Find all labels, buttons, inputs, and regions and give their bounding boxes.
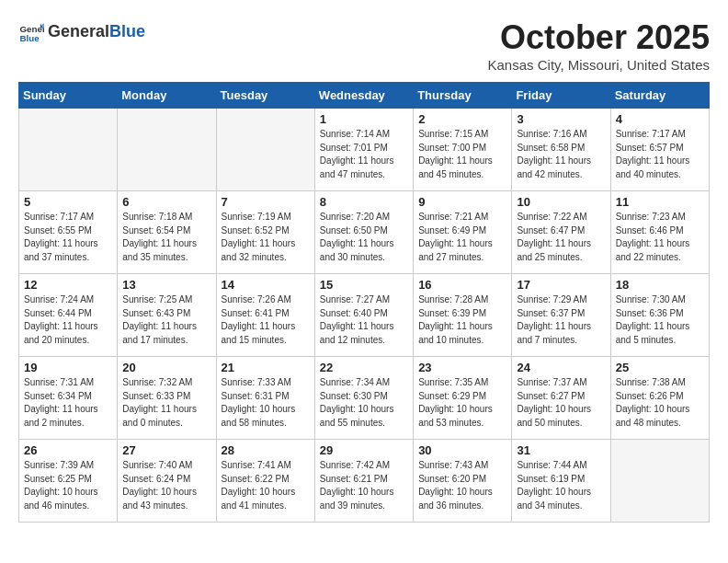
day-info: Sunrise: 7:25 AMSunset: 6:43 PMDaylight:… xyxy=(122,293,210,347)
day-info: Sunrise: 7:22 AMSunset: 6:47 PMDaylight:… xyxy=(517,211,605,264)
calendar-cell: 9 Sunrise: 7:21 AMSunset: 6:49 PMDayligh… xyxy=(414,191,512,274)
calendar-cell xyxy=(216,109,314,191)
day-info: Sunrise: 7:20 AMSunset: 6:50 PMDaylight:… xyxy=(320,211,408,264)
day-number: 4 xyxy=(616,112,704,126)
day-number: 30 xyxy=(418,443,506,457)
day-info: Sunrise: 7:38 AMSunset: 6:26 PMDaylight:… xyxy=(616,376,704,430)
day-number: 3 xyxy=(517,112,605,126)
day-info: Sunrise: 7:23 AMSunset: 6:46 PMDaylight:… xyxy=(616,211,704,264)
calendar-cell xyxy=(19,109,118,191)
day-info: Sunrise: 7:16 AMSunset: 6:58 PMDaylight:… xyxy=(517,128,605,181)
calendar-cell: 6 Sunrise: 7:18 AMSunset: 6:54 PMDayligh… xyxy=(118,191,216,274)
week-row-3: 12 Sunrise: 7:24 AMSunset: 6:44 PMDaylig… xyxy=(19,274,710,357)
day-info: Sunrise: 7:24 AMSunset: 6:44 PMDaylight:… xyxy=(24,293,112,347)
weekday-header-monday: Monday xyxy=(118,83,216,109)
weekday-header-thursday: Thursday xyxy=(414,83,512,109)
calendar-cell: 22 Sunrise: 7:34 AMSunset: 6:30 PMDaylig… xyxy=(314,357,413,440)
calendar-cell: 1 Sunrise: 7:14 AMSunset: 7:01 PMDayligh… xyxy=(314,109,413,191)
day-number: 9 xyxy=(418,195,506,209)
day-number: 26 xyxy=(24,443,112,457)
week-row-4: 19 Sunrise: 7:31 AMSunset: 6:34 PMDaylig… xyxy=(19,357,710,440)
calendar-cell xyxy=(610,440,709,523)
day-number: 2 xyxy=(418,112,506,126)
day-number: 24 xyxy=(517,361,605,374)
day-number: 25 xyxy=(616,361,704,374)
calendar-cell: 3 Sunrise: 7:16 AMSunset: 6:58 PMDayligh… xyxy=(512,109,610,191)
day-number: 16 xyxy=(418,278,506,292)
calendar-cell: 24 Sunrise: 7:37 AMSunset: 6:27 PMDaylig… xyxy=(512,357,610,440)
logo-blue: Blue xyxy=(109,22,145,40)
day-info: Sunrise: 7:41 AMSunset: 6:22 PMDaylight:… xyxy=(222,459,310,512)
day-info: Sunrise: 7:43 AMSunset: 6:20 PMDaylight:… xyxy=(418,459,506,512)
location-title: Kansas City, Missouri, United States xyxy=(488,57,710,73)
calendar-cell: 17 Sunrise: 7:29 AMSunset: 6:37 PMDaylig… xyxy=(512,274,610,357)
week-row-5: 26 Sunrise: 7:39 AMSunset: 6:25 PMDaylig… xyxy=(19,440,710,523)
calendar-cell: 18 Sunrise: 7:30 AMSunset: 6:36 PMDaylig… xyxy=(610,274,709,357)
calendar-cell xyxy=(118,109,216,191)
day-number: 6 xyxy=(122,195,210,209)
calendar-cell: 27 Sunrise: 7:40 AMSunset: 6:24 PMDaylig… xyxy=(118,440,216,523)
day-number: 27 xyxy=(122,443,210,457)
week-row-1: 1 Sunrise: 7:14 AMSunset: 7:01 PMDayligh… xyxy=(19,109,710,191)
calendar-cell: 21 Sunrise: 7:33 AMSunset: 6:31 PMDaylig… xyxy=(216,357,314,440)
day-info: Sunrise: 7:27 AMSunset: 6:40 PMDaylight:… xyxy=(320,293,408,347)
calendar-cell: 14 Sunrise: 7:26 AMSunset: 6:41 PMDaylig… xyxy=(216,274,314,357)
day-number: 5 xyxy=(24,195,112,209)
day-info: Sunrise: 7:44 AMSunset: 6:19 PMDaylight:… xyxy=(517,459,605,512)
logo: General Blue GeneralBlue xyxy=(18,18,145,44)
calendar-cell: 10 Sunrise: 7:22 AMSunset: 6:47 PMDaylig… xyxy=(512,191,610,274)
calendar-cell: 8 Sunrise: 7:20 AMSunset: 6:50 PMDayligh… xyxy=(314,191,413,274)
page-header: General Blue GeneralBlue October 2025 Ka… xyxy=(18,18,710,73)
calendar-cell: 30 Sunrise: 7:43 AMSunset: 6:20 PMDaylig… xyxy=(414,440,512,523)
day-number: 1 xyxy=(320,112,408,126)
day-info: Sunrise: 7:28 AMSunset: 6:39 PMDaylight:… xyxy=(418,293,506,347)
day-info: Sunrise: 7:34 AMSunset: 6:30 PMDaylight:… xyxy=(320,376,408,430)
day-number: 23 xyxy=(418,361,506,374)
day-info: Sunrise: 7:14 AMSunset: 7:01 PMDaylight:… xyxy=(320,128,408,181)
day-info: Sunrise: 7:30 AMSunset: 6:36 PMDaylight:… xyxy=(616,293,704,347)
title-block: October 2025 Kansas City, Missouri, Unit… xyxy=(488,18,710,73)
calendar-cell: 26 Sunrise: 7:39 AMSunset: 6:25 PMDaylig… xyxy=(19,440,118,523)
week-row-2: 5 Sunrise: 7:17 AMSunset: 6:55 PMDayligh… xyxy=(19,191,710,274)
month-title: October 2025 xyxy=(488,18,710,57)
day-number: 12 xyxy=(24,278,112,292)
day-info: Sunrise: 7:15 AMSunset: 7:00 PMDaylight:… xyxy=(418,128,506,181)
day-info: Sunrise: 7:19 AMSunset: 6:52 PMDaylight:… xyxy=(222,211,310,264)
calendar-cell: 29 Sunrise: 7:42 AMSunset: 6:21 PMDaylig… xyxy=(314,440,413,523)
day-info: Sunrise: 7:33 AMSunset: 6:31 PMDaylight:… xyxy=(222,376,310,430)
calendar-cell: 16 Sunrise: 7:28 AMSunset: 6:39 PMDaylig… xyxy=(414,274,512,357)
calendar-cell: 2 Sunrise: 7:15 AMSunset: 7:00 PMDayligh… xyxy=(414,109,512,191)
day-info: Sunrise: 7:40 AMSunset: 6:24 PMDaylight:… xyxy=(122,459,210,512)
day-number: 29 xyxy=(320,443,408,457)
calendar-table: SundayMondayTuesdayWednesdayThursdayFrid… xyxy=(18,82,710,523)
calendar-cell: 4 Sunrise: 7:17 AMSunset: 6:57 PMDayligh… xyxy=(610,109,709,191)
weekday-header-friday: Friday xyxy=(512,83,610,109)
day-info: Sunrise: 7:26 AMSunset: 6:41 PMDaylight:… xyxy=(222,293,310,347)
calendar-cell: 31 Sunrise: 7:44 AMSunset: 6:19 PMDaylig… xyxy=(512,440,610,523)
weekday-header-row: SundayMondayTuesdayWednesdayThursdayFrid… xyxy=(19,83,710,109)
day-info: Sunrise: 7:42 AMSunset: 6:21 PMDaylight:… xyxy=(320,459,408,512)
logo-icon: General Blue xyxy=(18,18,44,44)
calendar-cell: 25 Sunrise: 7:38 AMSunset: 6:26 PMDaylig… xyxy=(610,357,709,440)
day-number: 18 xyxy=(616,278,704,292)
calendar-cell: 12 Sunrise: 7:24 AMSunset: 6:44 PMDaylig… xyxy=(19,274,118,357)
calendar-cell: 15 Sunrise: 7:27 AMSunset: 6:40 PMDaylig… xyxy=(314,274,413,357)
svg-text:Blue: Blue xyxy=(19,33,40,43)
weekday-header-sunday: Sunday xyxy=(19,83,118,109)
day-number: 17 xyxy=(517,278,605,292)
day-info: Sunrise: 7:18 AMSunset: 6:54 PMDaylight:… xyxy=(122,211,210,264)
weekday-header-wednesday: Wednesday xyxy=(314,83,413,109)
logo-general: General xyxy=(48,22,109,40)
day-number: 20 xyxy=(122,361,210,374)
day-info: Sunrise: 7:21 AMSunset: 6:49 PMDaylight:… xyxy=(418,211,506,264)
day-info: Sunrise: 7:35 AMSunset: 6:29 PMDaylight:… xyxy=(418,376,506,430)
day-info: Sunrise: 7:17 AMSunset: 6:57 PMDaylight:… xyxy=(616,128,704,181)
day-info: Sunrise: 7:39 AMSunset: 6:25 PMDaylight:… xyxy=(24,459,112,512)
day-number: 14 xyxy=(222,278,310,292)
day-number: 10 xyxy=(517,195,605,209)
day-number: 21 xyxy=(222,361,310,374)
calendar-cell: 28 Sunrise: 7:41 AMSunset: 6:22 PMDaylig… xyxy=(216,440,314,523)
day-info: Sunrise: 7:31 AMSunset: 6:34 PMDaylight:… xyxy=(24,376,112,430)
weekday-header-saturday: Saturday xyxy=(610,83,709,109)
calendar-cell: 5 Sunrise: 7:17 AMSunset: 6:55 PMDayligh… xyxy=(19,191,118,274)
